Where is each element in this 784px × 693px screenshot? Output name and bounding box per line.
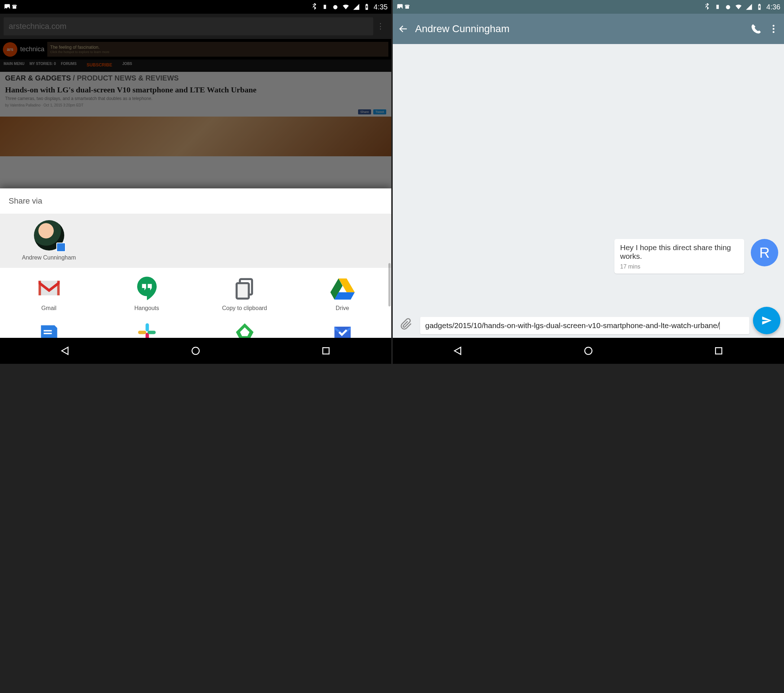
signal-icon: [745, 3, 753, 10]
android-icon: [11, 3, 18, 10]
bluetooth-icon: [703, 3, 711, 10]
article-subhead: Three cameras, two displays, and a smart…: [0, 95, 391, 103]
svg-rect-2: [236, 283, 249, 299]
svg-point-10: [773, 25, 775, 27]
nav-back-icon[interactable]: [453, 346, 463, 356]
arstechnica-logo: ars: [3, 42, 17, 57]
status-time: 4:35: [374, 3, 388, 11]
more-menu-icon[interactable]: [768, 23, 779, 34]
share-sheet[interactable]: Share via Andrew Cunningham Gmail: [0, 188, 391, 338]
share-app-hangouts[interactable]: Hangouts: [98, 275, 196, 312]
banner-ad[interactable]: The feeling of fascination. Click the ho…: [47, 42, 389, 57]
messenger-badge-icon: [56, 242, 66, 252]
share-app-feedly[interactable]: [196, 321, 293, 338]
svg-point-12: [773, 31, 775, 33]
wifi-icon: [342, 3, 349, 10]
url-field[interactable]: arstechnica.com: [3, 17, 373, 35]
svg-point-11: [773, 28, 775, 30]
article-byline: by Valentina Palladino · Oct 1, 2015 3:2…: [0, 103, 391, 109]
share-app-messenger[interactable]: [0, 321, 98, 338]
svg-point-7: [192, 347, 199, 354]
svg-point-13: [585, 347, 592, 354]
drive-icon: [329, 275, 356, 301]
share-app-clipboard[interactable]: Copy to clipboard: [196, 275, 293, 312]
vibrate-icon: [714, 3, 721, 10]
conversation-title: Andrew Cunningham: [415, 23, 744, 35]
status-time: 4:36: [766, 3, 781, 11]
send-icon: [761, 315, 772, 326]
status-bar: 4:35: [0, 0, 391, 14]
compose-bar: gadgets/2015/10/hands-on-with-lgs-dual-s…: [396, 307, 781, 334]
share-app-drive[interactable]: Drive: [293, 275, 391, 312]
share-app-slack[interactable]: [98, 321, 196, 338]
message-text: Hey I hope this direct share thing works…: [620, 243, 738, 261]
image-icon: [396, 3, 404, 10]
browser-menu-icon[interactable]: ⋮: [373, 21, 388, 31]
back-arrow-icon[interactable]: [398, 23, 408, 34]
battery-charging-icon: [756, 3, 763, 10]
clipboard-icon: [232, 275, 258, 301]
article-headline: Hands-on with LG's dual-screen V10 smart…: [0, 84, 391, 95]
alarm-icon: [332, 3, 339, 10]
svg-rect-6: [147, 331, 156, 334]
signal-icon: [352, 3, 360, 10]
nav-recents-icon[interactable]: [321, 346, 331, 356]
share-app-inbox[interactable]: [293, 321, 391, 338]
svg-rect-4: [138, 331, 146, 334]
contact-avatar: [34, 220, 64, 250]
site-nav[interactable]: MAIN MENU MY STORIES: 0 FORUMS SUBSCRIBE…: [0, 59, 391, 72]
app-bar: Andrew Cunningham: [393, 14, 784, 44]
wifi-icon: [735, 3, 742, 10]
sender-avatar[interactable]: R: [751, 239, 778, 267]
android-icon: [404, 3, 411, 10]
send-button[interactable]: [753, 307, 781, 334]
nav-home-icon[interactable]: [583, 346, 594, 356]
attach-button[interactable]: [396, 314, 417, 334]
vibrate-icon: [321, 3, 328, 10]
arstechnica-word: technica: [20, 46, 44, 53]
battery-charging-icon: [363, 3, 371, 10]
attachment-icon: [400, 318, 413, 330]
message-bubble[interactable]: Hey I hope this direct share thing works…: [614, 239, 744, 273]
svg-rect-8: [323, 347, 329, 354]
nav-back-icon[interactable]: [60, 346, 71, 356]
message-input[interactable]: gadgets/2015/10/hands-on-with-lgs-dual-s…: [420, 317, 749, 334]
image-icon: [3, 3, 11, 10]
message-time: 17 mins: [620, 263, 738, 270]
bluetooth-icon: [311, 3, 318, 10]
svg-rect-3: [145, 323, 149, 332]
browser-omnibar: arstechnica.com ⋮: [0, 14, 391, 39]
svg-rect-14: [716, 347, 722, 354]
alarm-icon: [725, 3, 732, 10]
share-twitter[interactable]: Tweet: [373, 109, 386, 114]
share-title: Share via: [0, 188, 391, 214]
call-icon[interactable]: [751, 23, 762, 34]
breadcrumb: GEAR & GADGETS / PRODUCT NEWS & REVIEWS: [0, 72, 391, 84]
conversation-area[interactable]: Hey I hope this direct share thing works…: [393, 44, 784, 338]
nav-bar: [0, 338, 391, 364]
share-app-gmail[interactable]: Gmail: [0, 275, 98, 312]
nav-home-icon[interactable]: [190, 346, 201, 356]
gmail-icon: [36, 275, 62, 301]
share-facebook[interactable]: Share: [358, 109, 371, 114]
nav-recents-icon[interactable]: [713, 346, 724, 356]
share-scrollbar[interactable]: [389, 263, 390, 306]
article-hero-image: [0, 117, 391, 156]
hangouts-icon: [134, 275, 160, 301]
nav-bar: [393, 338, 784, 364]
status-bar: 4:36: [393, 0, 784, 14]
direct-share-contact[interactable]: Andrew Cunningham: [0, 220, 98, 261]
